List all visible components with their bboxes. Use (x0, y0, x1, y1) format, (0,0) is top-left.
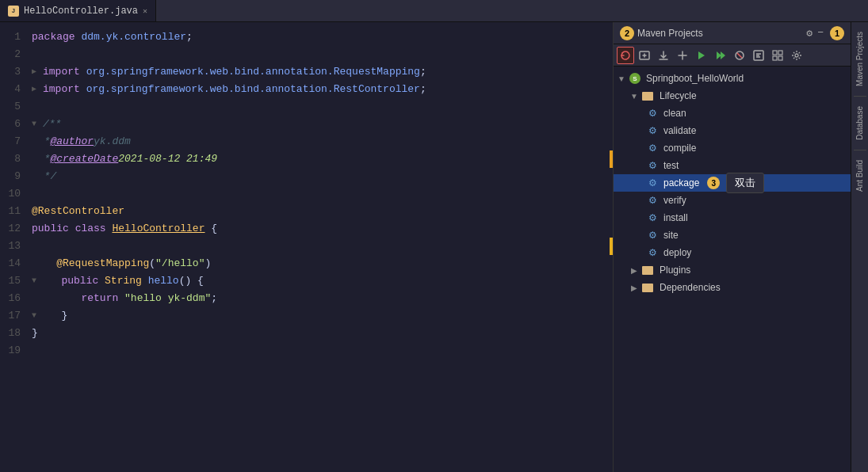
scroll-marker-2 (610, 238, 613, 255)
validate-label: validate (663, 125, 696, 136)
code-line-15: ▼ public String hello() { (32, 272, 613, 290)
dependencies-folder-icon (642, 284, 653, 292)
maven-toolbar (614, 44, 851, 67)
gear-icon-compile: ⚙ (648, 143, 657, 154)
code-line-9: */ (32, 168, 613, 185)
spring-icon: S (629, 73, 640, 84)
double-click-tooltip: 双击 (726, 173, 764, 193)
code-line-1: package ddm.yk.controller; (32, 29, 613, 46)
deploy-label: deploy (663, 247, 691, 258)
tab-close-button[interactable]: ✕ (143, 6, 147, 16)
tree-item-deploy[interactable]: ⚙ deploy (614, 244, 851, 261)
tree-arrow-lifecycle: ▼ (629, 92, 639, 101)
code-content[interactable]: package ddm.yk.controller; ▶import org.s… (29, 22, 613, 472)
code-line-7: * @author yk.ddm (32, 133, 613, 150)
lifecycle-folder-icon (642, 92, 653, 101)
tree-expand-button[interactable] (769, 47, 786, 64)
tree-dependencies[interactable]: ▶ Dependencies (614, 279, 851, 296)
side-tab-maven[interactable]: Maven Projects (854, 25, 866, 93)
gear-icon-clean: ⚙ (648, 108, 657, 119)
settings-icon[interactable]: ⚙ (806, 27, 813, 40)
scroll-marker-1 (610, 150, 613, 168)
side-divider-2 (854, 150, 866, 150)
site-label: site (663, 230, 679, 241)
tree-item-site[interactable]: ⚙ site (614, 226, 851, 244)
dependencies-label: Dependencies (660, 282, 721, 293)
tree-plugins[interactable]: ▶ Plugins (614, 261, 851, 279)
code-line-8: * @createDate 2021-08-12 21:49 (32, 150, 613, 168)
maven-title: Maven Projects (637, 28, 803, 39)
clean-label: clean (663, 108, 686, 119)
maven-tree[interactable]: ▼ S Springboot_HelloWorld ▼ Lifecycle ⚙ … (614, 67, 851, 472)
svg-point-10 (795, 54, 798, 57)
badge-2: 2 (620, 26, 634, 40)
code-line-12: public class HelloController { (32, 220, 613, 238)
maven-header: 2 Maven Projects ⚙ − 1 (614, 22, 851, 44)
gear-icon-install: ⚙ (648, 212, 657, 223)
file-tab[interactable]: J HelloController.java ✕ (0, 0, 156, 21)
tree-item-test[interactable]: ⚙ test (614, 157, 851, 174)
tree-item-validate[interactable]: ⚙ validate (614, 122, 851, 139)
svg-rect-7 (778, 51, 782, 55)
tab-bar: J HelloController.java ✕ (0, 0, 868, 22)
code-line-3: ▶import org.springframework.web.bind.ann… (32, 63, 613, 81)
badge-1: 1 (830, 26, 844, 40)
tree-lifecycle[interactable]: ▼ Lifecycle (614, 87, 851, 105)
generate-button[interactable] (750, 47, 767, 64)
tree-arrow-root: ▼ (617, 74, 626, 83)
gear-icon-validate: ⚙ (648, 125, 657, 136)
code-line-18: } (32, 325, 613, 342)
tree-item-verify[interactable]: ⚙ verify (614, 192, 851, 209)
settings-toolbar-button[interactable] (788, 47, 805, 64)
side-tab-ant[interactable]: Ant Build (854, 154, 866, 198)
lifecycle-label: Lifecycle (660, 90, 697, 101)
tree-item-compile[interactable]: ⚙ compile (614, 139, 851, 157)
collapse-icon[interactable]: − (817, 27, 824, 39)
java-file-icon: J (8, 6, 19, 17)
svg-marker-1 (698, 51, 705, 59)
refresh-button[interactable] (617, 47, 634, 64)
run-debug-button[interactable] (712, 47, 729, 64)
tree-item-clean[interactable]: ⚙ clean (614, 105, 851, 122)
test-label: test (663, 160, 679, 171)
svg-rect-9 (778, 56, 782, 60)
project-name-label: Springboot_HelloWorld (646, 73, 744, 84)
add-button[interactable] (636, 47, 653, 64)
gear-icon-site: ⚙ (648, 230, 657, 241)
svg-marker-3 (721, 51, 725, 59)
main-content: 1 2 3 4 5 6 7 8 9 10 11 12 13 14 15 16 1… (0, 22, 868, 472)
code-line-10 (32, 185, 613, 203)
code-line-17: ▼ } (32, 307, 613, 325)
code-line-4: ▶import org.springframework.web.bind.ann… (32, 81, 613, 98)
code-line-14: @RequestMapping("/hello") (32, 255, 613, 272)
tree-item-package[interactable]: ⚙ package 3 双击 (614, 174, 851, 192)
download-button[interactable] (655, 47, 672, 64)
install-label: install (663, 212, 688, 223)
verify-label: verify (663, 195, 686, 206)
gear-icon-test: ⚙ (648, 160, 657, 171)
code-line-13 (32, 238, 613, 255)
code-line-2 (32, 46, 613, 63)
package-label: package (663, 177, 699, 188)
svg-rect-8 (773, 56, 777, 60)
side-tab-database[interactable]: Database (854, 100, 866, 147)
tooltip-text: 双击 (735, 176, 755, 190)
run-button[interactable] (693, 47, 710, 64)
gear-icon-deploy: ⚙ (648, 247, 657, 258)
code-line-19 (32, 342, 613, 360)
plus-button[interactable] (674, 47, 691, 64)
tree-item-install[interactable]: ⚙ install (614, 209, 851, 226)
compile-label: compile (663, 143, 696, 154)
badge-3: 3 (707, 177, 720, 189)
gear-icon-verify: ⚙ (648, 195, 657, 206)
side-divider-1 (854, 96, 866, 97)
code-line-6: ▼/** (32, 116, 613, 133)
code-editor[interactable]: 1 2 3 4 5 6 7 8 9 10 11 12 13 14 15 16 1… (0, 22, 613, 472)
skip-test-button[interactable] (731, 47, 748, 64)
code-line-5 (32, 98, 613, 116)
tree-arrow-dependencies: ▶ (629, 284, 639, 292)
line-numbers: 1 2 3 4 5 6 7 8 9 10 11 12 13 14 15 16 1… (0, 22, 29, 472)
tree-project-root[interactable]: ▼ S Springboot_HelloWorld (614, 70, 851, 87)
svg-rect-6 (773, 51, 777, 55)
gear-icon-package: ⚙ (648, 177, 657, 188)
